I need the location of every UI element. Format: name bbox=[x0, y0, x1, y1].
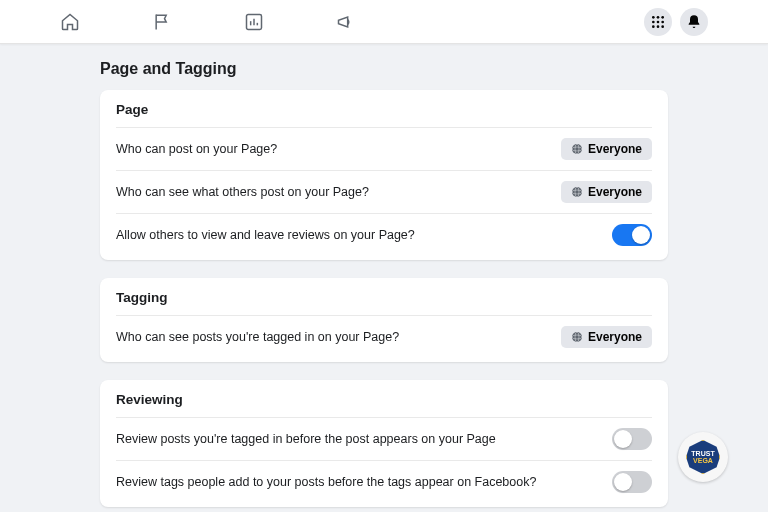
svg-point-17 bbox=[572, 187, 582, 197]
content: Page and Tagging Page Who can post on yo… bbox=[0, 44, 768, 507]
globe-icon bbox=[571, 143, 583, 155]
page-section-title: Page bbox=[116, 102, 652, 117]
audience-label: Everyone bbox=[588, 185, 642, 199]
svg-point-5 bbox=[652, 16, 655, 19]
svg-point-6 bbox=[657, 16, 660, 19]
svg-point-20 bbox=[572, 332, 582, 342]
reviewing-section-title: Reviewing bbox=[116, 392, 652, 407]
setting-label: Who can post on your Page? bbox=[116, 142, 277, 156]
audience-label: Everyone bbox=[588, 330, 642, 344]
home-icon[interactable] bbox=[60, 12, 80, 32]
review-tags-toggle[interactable] bbox=[612, 471, 652, 493]
chart-icon[interactable] bbox=[244, 12, 264, 32]
page-section: Page Who can post on your Page? Everyone… bbox=[100, 90, 668, 260]
setting-label: Who can see posts you're tagged in on yo… bbox=[116, 330, 399, 344]
setting-row: Who can see posts you're tagged in on yo… bbox=[116, 315, 652, 358]
svg-point-9 bbox=[657, 20, 660, 23]
tagging-section: Tagging Who can see posts you're tagged … bbox=[100, 278, 668, 362]
badge-line1: TRUST bbox=[691, 450, 714, 457]
svg-point-8 bbox=[652, 20, 655, 23]
svg-point-11 bbox=[652, 25, 655, 28]
reviews-toggle[interactable] bbox=[612, 224, 652, 246]
audience-label: Everyone bbox=[588, 142, 642, 156]
svg-point-13 bbox=[661, 25, 664, 28]
toggle-knob bbox=[632, 226, 650, 244]
svg-point-14 bbox=[572, 144, 582, 154]
apps-grid-icon[interactable] bbox=[644, 8, 672, 36]
setting-row: Review tags people add to your posts bef… bbox=[116, 460, 652, 503]
setting-label: Who can see what others post on your Pag… bbox=[116, 185, 369, 199]
tagging-section-title: Tagging bbox=[116, 290, 652, 305]
audience-selector[interactable]: Everyone bbox=[561, 181, 652, 203]
setting-row: Review posts you're tagged in before the… bbox=[116, 417, 652, 460]
globe-icon bbox=[571, 186, 583, 198]
svg-point-7 bbox=[661, 16, 664, 19]
topbar-right bbox=[644, 8, 708, 36]
svg-point-12 bbox=[657, 25, 660, 28]
badge-shape: TRUST VEGA bbox=[686, 440, 720, 474]
topbar bbox=[0, 0, 768, 44]
trust-badge[interactable]: TRUST VEGA bbox=[678, 432, 728, 482]
page-title: Page and Tagging bbox=[100, 60, 668, 78]
setting-row: Who can post on your Page? Everyone bbox=[116, 127, 652, 170]
svg-point-10 bbox=[661, 20, 664, 23]
badge-line2: VEGA bbox=[693, 457, 713, 464]
toggle-knob bbox=[614, 473, 632, 491]
setting-label: Review tags people add to your posts bef… bbox=[116, 475, 536, 489]
audience-selector[interactable]: Everyone bbox=[561, 326, 652, 348]
notifications-icon[interactable] bbox=[680, 8, 708, 36]
flag-icon[interactable] bbox=[152, 12, 172, 32]
setting-row: Allow others to view and leave reviews o… bbox=[116, 213, 652, 256]
review-tagged-posts-toggle[interactable] bbox=[612, 428, 652, 450]
toggle-knob bbox=[614, 430, 632, 448]
megaphone-icon[interactable] bbox=[336, 12, 356, 32]
topbar-left bbox=[60, 12, 356, 32]
setting-label: Allow others to view and leave reviews o… bbox=[116, 228, 415, 242]
setting-label: Review posts you're tagged in before the… bbox=[116, 432, 496, 446]
audience-selector[interactable]: Everyone bbox=[561, 138, 652, 160]
globe-icon bbox=[571, 331, 583, 343]
setting-row: Who can see what others post on your Pag… bbox=[116, 170, 652, 213]
reviewing-section: Reviewing Review posts you're tagged in … bbox=[100, 380, 668, 507]
